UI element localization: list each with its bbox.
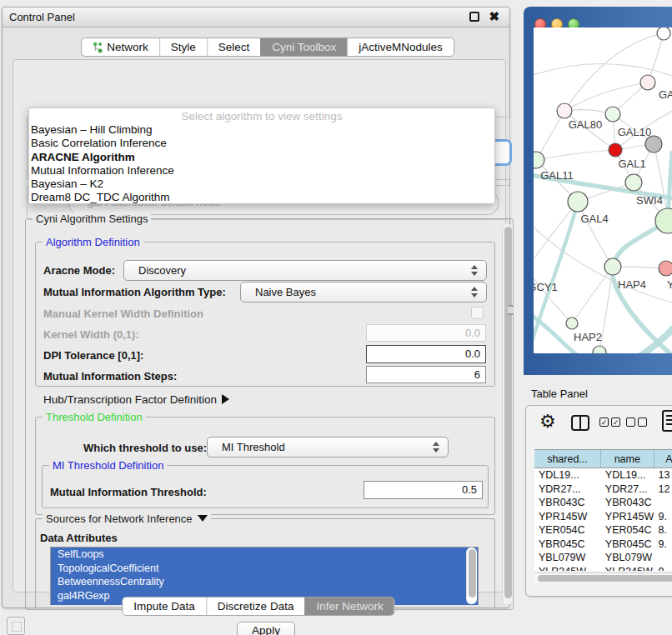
table-cell: YPR145W: [601, 510, 654, 524]
gear-icon[interactable]: ⚙: [539, 411, 556, 432]
mi-threshold-label: Mutual Information Threshold:: [50, 486, 207, 498]
attribute-item-selfloops[interactable]: SelfLoops: [51, 548, 478, 562]
table-cell: 8.: [654, 523, 672, 538]
settings-scrollbar[interactable]: [502, 223, 512, 605]
tab-select[interactable]: Select: [207, 38, 261, 56]
checked-checkbox-icon[interactable]: ✓: [611, 418, 620, 427]
attributes-scrollbar-thumb[interactable]: [469, 549, 476, 598]
stepper-icon: [471, 286, 479, 298]
tab-jactivemnodules[interactable]: jActiveMNodules: [347, 38, 454, 56]
node-label-hap4: HAP4: [618, 278, 646, 291]
table-row[interactable]: YBL079WYBL079W: [534, 551, 672, 565]
settings-group-title: Cyni Algorithm Settings: [33, 212, 151, 225]
tab-label: jActiveMNodules: [359, 38, 443, 56]
network-node[interactable]: [593, 346, 606, 353]
checked-checkbox-icon[interactable]: ✓: [599, 418, 609, 427]
network-icon: [93, 42, 103, 53]
table-cell: 12: [654, 482, 672, 497]
stepper-icon: [433, 441, 440, 453]
network-graph: GALGAL80GAL10GAL1GAL11GAL4SWI4HAP4YGCY1H…: [534, 28, 672, 353]
table-hscrollbar-thumb[interactable]: [538, 575, 672, 582]
attributes-scrollbar[interactable]: [466, 548, 477, 604]
algorithm-option-mutual-information-inference[interactable]: Mutual Information Inference: [29, 164, 494, 178]
unchecked-checkbox-icon[interactable]: [626, 418, 635, 427]
close-icon[interactable]: ✖: [489, 9, 499, 24]
node-table[interactable]: shared...nameA YDL19...YDL19...13YDR27..…: [534, 449, 672, 571]
table-row[interactable]: YER054CYER054C8.: [534, 523, 672, 538]
node-hap2[interactable]: [566, 318, 578, 329]
node-label-gal80: GAL80: [569, 118, 602, 131]
kernel-width-field[interactable]: 0.0: [366, 324, 486, 342]
node-label-gal10: GAL10: [618, 126, 651, 138]
column-header-2[interactable]: name: [601, 450, 654, 468]
node-label-gcy1: GCY1: [534, 281, 558, 293]
splitter-grip[interactable]: [508, 305, 514, 315]
table-toolbar: ⚙ ✓ ✓: [526, 406, 672, 448]
attribute-item-topologicalcoefficient[interactable]: TopologicalCoefficient: [51, 562, 478, 576]
column-header-3[interactable]: A: [654, 450, 672, 468]
dpi-tolerance-field[interactable]: 0.0: [366, 345, 486, 363]
minimized-panel-icon[interactable]: [7, 617, 25, 635]
algorithm-list: Bayesian – Hill ClimbingBasic Correlatio…: [29, 123, 494, 204]
node-gal1[interactable]: [625, 174, 642, 191]
mi-type-combobox[interactable]: Naive Bayes: [240, 282, 487, 302]
table-row[interactable]: YPR145WYPR145W9.: [534, 510, 672, 524]
apply-button[interactable]: Apply: [237, 622, 295, 635]
algorithm-option-dream8-dc-tdc-algorithm[interactable]: Dream8 DC_TDC Algorithm: [29, 191, 494, 204]
node-gal11[interactable]: [534, 152, 544, 168]
algorithm-option-bayesian-hill-climbing[interactable]: Bayesian – Hill Climbing: [29, 123, 494, 137]
network-canvas[interactable]: GALGAL80GAL10GAL1GAL11GAL4SWI4HAP4YGCY1H…: [534, 28, 672, 353]
tab-label: Infer Network: [316, 598, 383, 615]
hub-definition-toggle[interactable]: Hub/Transcription Factor Definition: [43, 393, 229, 406]
mi-steps-label: Mutual Information Steps:: [43, 370, 177, 382]
node-hap4[interactable]: [604, 258, 621, 275]
aracne-mode-combobox[interactable]: Discovery: [123, 260, 487, 281]
attribute-item-betweennesscentrality[interactable]: BetweennessCentrality: [51, 575, 478, 589]
mi-threshold-definition-title: MI Threshold Definition: [49, 459, 167, 472]
table-row[interactable]: YDR27...YDR27...12: [534, 482, 672, 497]
column-header-1[interactable]: shared...: [534, 450, 601, 468]
tab-network[interactable]: Network: [82, 38, 159, 56]
table-cell: YBR045C: [601, 538, 654, 552]
table-hscrollbar[interactable]: [534, 572, 672, 582]
columns-icon[interactable]: [571, 415, 589, 431]
algorithm-option-aracne-algorithm[interactable]: ARACNE Algorithm: [29, 151, 494, 164]
table-row[interactable]: YBR043CYBR043C: [534, 496, 672, 510]
which-threshold-combobox[interactable]: MI Threshold: [207, 437, 449, 458]
node-gal80[interactable]: [557, 103, 572, 118]
network-node[interactable]: [645, 136, 662, 152]
tab-impute-data[interactable]: Impute Data: [123, 598, 206, 615]
node-gal[interactable]: [640, 75, 655, 90]
tab-cyni-toolbox[interactable]: Cyni Toolbox: [260, 38, 347, 56]
table-body: YDL19...YDL19...13YDR27...YDR27...12YBR0…: [534, 468, 672, 571]
sources-title-text: Sources for Network Inference: [46, 512, 193, 525]
tab-label: Select: [218, 38, 250, 56]
table-row[interactable]: YDL19...YDL19...13: [534, 468, 672, 482]
float-window-icon[interactable]: [469, 12, 479, 22]
mi-steps-field[interactable]: 6: [366, 366, 486, 383]
node-label-y: Y: [667, 278, 672, 291]
table-cell: [654, 496, 672, 510]
sources-group-title[interactable]: Sources for Network Inference: [43, 512, 211, 525]
tab-infer-network[interactable]: Infer Network: [304, 598, 394, 615]
aracne-mode-label: Aracne Mode:: [43, 264, 115, 277]
table-row[interactable]: YBR045CYBR045C9.: [534, 538, 672, 552]
export-table-icon[interactable]: [662, 410, 672, 432]
node-y[interactable]: [659, 261, 672, 276]
mi-threshold-field[interactable]: 0.5: [364, 481, 483, 499]
unchecked-checkbox-icon[interactable]: [638, 418, 647, 427]
algorithm-option-bayesian-k2[interactable]: Bayesian – K2: [29, 178, 494, 191]
table-row[interactable]: YLR345WYLR345W9.: [534, 565, 672, 572]
settings-scrollbar-thumb[interactable]: [504, 227, 512, 598]
algorithm-option-basic-correlation-inference[interactable]: Basic Correlation Inference: [29, 137, 494, 150]
node-gal10[interactable]: [605, 107, 620, 122]
tab-discretize-data[interactable]: Discretize Data: [206, 598, 305, 615]
table-cell: YER054C: [601, 523, 654, 538]
tab-style[interactable]: Style: [159, 38, 207, 56]
table-cell: YLR345W: [534, 565, 601, 572]
table-cell: YDR27...: [601, 482, 654, 497]
network-node[interactable]: [657, 28, 670, 40]
network-node[interactable]: [609, 143, 622, 157]
manual-kernel-checkbox[interactable]: [471, 307, 484, 319]
node-gal4[interactable]: [568, 192, 588, 212]
